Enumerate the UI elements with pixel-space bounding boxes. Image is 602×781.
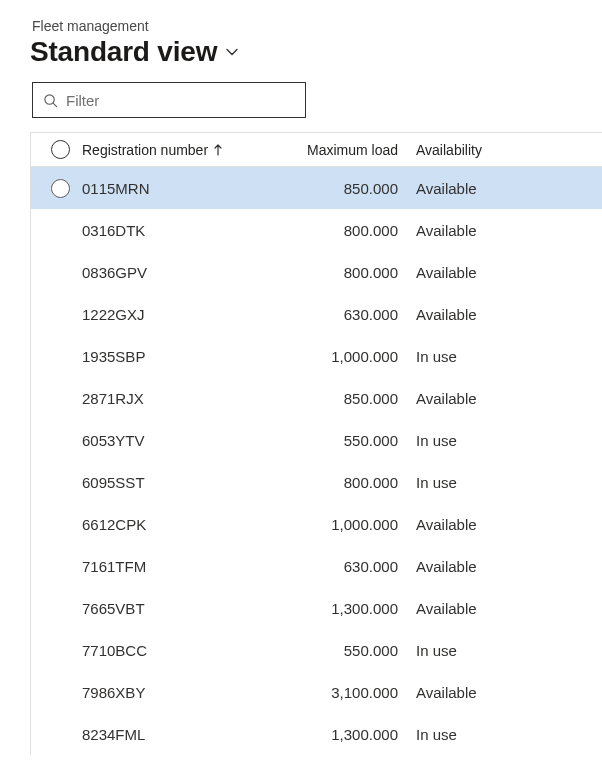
cell-registration[interactable]: 6053YTV	[82, 432, 277, 449]
cell-registration[interactable]: 7665VBT	[82, 600, 277, 617]
cell-availability[interactable]: Available	[412, 558, 602, 575]
filter-box[interactable]	[32, 82, 306, 118]
table-row[interactable]: 1935SBP1,000.000In use	[31, 335, 602, 377]
circle-icon	[51, 179, 70, 198]
cell-maxload[interactable]: 800.000	[277, 222, 412, 239]
cell-availability[interactable]: In use	[412, 726, 602, 743]
cell-registration[interactable]: 8234FML	[82, 726, 277, 743]
filter-input[interactable]	[66, 92, 295, 109]
cell-availability[interactable]: Available	[412, 600, 602, 617]
cell-registration[interactable]: 7710BCC	[82, 642, 277, 659]
cell-availability[interactable]: Available	[412, 390, 602, 407]
cell-availability[interactable]: In use	[412, 642, 602, 659]
cell-maxload[interactable]: 3,100.000	[277, 684, 412, 701]
cell-maxload[interactable]: 1,300.000	[277, 726, 412, 743]
cell-availability[interactable]: In use	[412, 348, 602, 365]
cell-availability[interactable]: Available	[412, 306, 602, 323]
cell-registration[interactable]: 0316DTK	[82, 222, 277, 239]
svg-point-0	[45, 94, 54, 103]
svg-line-1	[53, 103, 56, 106]
table-row[interactable]: 7986XBY3,100.000Available	[31, 671, 602, 713]
table-row[interactable]: 6053YTV550.000In use	[31, 419, 602, 461]
select-all-checkbox[interactable]	[38, 140, 82, 159]
cell-maxload[interactable]: 850.000	[277, 390, 412, 407]
table-row[interactable]: 2871RJX850.000Available	[31, 377, 602, 419]
row-checkbox[interactable]	[38, 179, 82, 198]
table-row[interactable]: 0836GPV800.000Available	[31, 251, 602, 293]
table-row[interactable]: 1222GXJ630.000Available	[31, 293, 602, 335]
table-row[interactable]: 8234FML1,300.000In use	[31, 713, 602, 755]
chevron-down-icon	[225, 45, 239, 59]
circle-icon	[51, 140, 70, 159]
cell-maxload[interactable]: 1,000.000	[277, 516, 412, 533]
cell-registration[interactable]: 7161TFM	[82, 558, 277, 575]
cell-registration[interactable]: 0115MRN	[82, 180, 277, 197]
cell-availability[interactable]: Available	[412, 222, 602, 239]
cell-maxload[interactable]: 850.000	[277, 180, 412, 197]
cell-maxload[interactable]: 550.000	[277, 432, 412, 449]
cell-maxload[interactable]: 800.000	[277, 264, 412, 281]
cell-maxload[interactable]: 630.000	[277, 306, 412, 323]
cell-availability[interactable]: Available	[412, 684, 602, 701]
cell-registration[interactable]: 2871RJX	[82, 390, 277, 407]
breadcrumb[interactable]: Fleet management	[0, 18, 602, 36]
table-row[interactable]: 0316DTK800.000Available	[31, 209, 602, 251]
cell-maxload[interactable]: 550.000	[277, 642, 412, 659]
data-grid: Registration number Maximum load Availab…	[30, 132, 602, 755]
grid-header: Registration number Maximum load Availab…	[31, 133, 602, 167]
grid-body: 0115MRN850.000Available0316DTK800.000Ava…	[31, 167, 602, 755]
cell-registration[interactable]: 7986XBY	[82, 684, 277, 701]
table-row[interactable]: 7161TFM630.000Available	[31, 545, 602, 587]
cell-registration[interactable]: 6612CPK	[82, 516, 277, 533]
cell-availability[interactable]: Available	[412, 264, 602, 281]
view-title: Standard view	[30, 36, 217, 68]
column-header-availability-label: Availability	[416, 142, 482, 158]
cell-availability[interactable]: Available	[412, 516, 602, 533]
table-row[interactable]: 6095SST800.000In use	[31, 461, 602, 503]
cell-registration[interactable]: 1222GXJ	[82, 306, 277, 323]
cell-registration[interactable]: 0836GPV	[82, 264, 277, 281]
table-row[interactable]: 7710BCC550.000In use	[31, 629, 602, 671]
cell-maxload[interactable]: 630.000	[277, 558, 412, 575]
view-selector[interactable]: Standard view	[0, 36, 602, 82]
column-header-availability[interactable]: Availability	[412, 142, 602, 158]
column-header-maxload-label: Maximum load	[307, 142, 398, 158]
cell-availability[interactable]: In use	[412, 474, 602, 491]
cell-registration[interactable]: 1935SBP	[82, 348, 277, 365]
sort-ascending-icon	[213, 144, 223, 156]
search-icon	[43, 93, 58, 108]
cell-availability[interactable]: Available	[412, 180, 602, 197]
column-header-registration-label: Registration number	[82, 142, 208, 158]
cell-maxload[interactable]: 1,300.000	[277, 600, 412, 617]
cell-registration[interactable]: 6095SST	[82, 474, 277, 491]
column-header-registration[interactable]: Registration number	[82, 142, 277, 158]
column-header-maxload[interactable]: Maximum load	[277, 142, 412, 158]
table-row[interactable]: 0115MRN850.000Available	[31, 167, 602, 209]
table-row[interactable]: 6612CPK1,000.000Available	[31, 503, 602, 545]
cell-availability[interactable]: In use	[412, 432, 602, 449]
table-row[interactable]: 7665VBT1,300.000Available	[31, 587, 602, 629]
cell-maxload[interactable]: 1,000.000	[277, 348, 412, 365]
cell-maxload[interactable]: 800.000	[277, 474, 412, 491]
